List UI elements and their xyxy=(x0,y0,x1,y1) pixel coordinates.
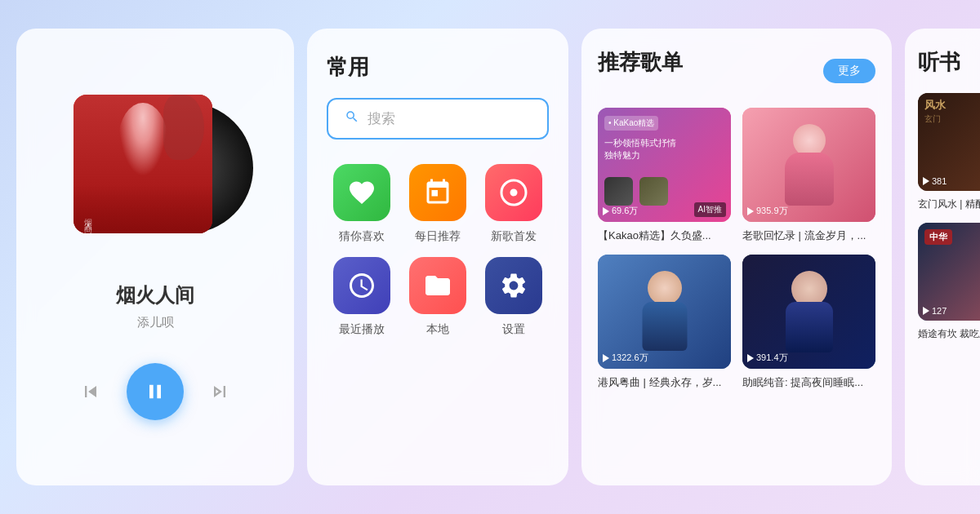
audiobook-count-2: 127 xyxy=(923,306,947,316)
pause-icon xyxy=(144,380,167,403)
audiobook-thumb-1: 风水 玄门 381 xyxy=(918,93,980,191)
search-icon xyxy=(345,109,359,128)
more-button[interactable]: 更多 xyxy=(823,59,875,83)
audiobook-card: 听书 风水 玄门 381 玄门风水 | 精配主... 中华 127 xyxy=(905,29,980,485)
app-label-recent: 最近播放 xyxy=(339,322,385,337)
playlist-count-1: 69.6万 xyxy=(603,205,638,217)
app-icon-local xyxy=(409,257,466,314)
audiobook-item-2[interactable]: 中华 127 婚途有坎 裁吃上粮... xyxy=(918,223,980,341)
audiobook-item-1[interactable]: 风水 玄门 381 玄门风水 | 精配主... xyxy=(918,93,980,211)
playlist-title-1: 一秒领悟韩式抒情独特魅力 xyxy=(604,137,724,162)
app-icon-new xyxy=(485,164,542,221)
play-triangle-ab2 xyxy=(923,307,929,315)
app-item-daily[interactable]: 每日推荐 xyxy=(403,164,472,244)
app-item-settings[interactable]: 设置 xyxy=(479,257,549,337)
playlist-count-3: 1322.6万 xyxy=(603,352,648,364)
play-triangle-1 xyxy=(603,207,609,215)
playlist-thumb-1: • KaKao精选 一秒领悟韩式抒情独特魅力 69.6万 AI智推 xyxy=(598,108,731,222)
audiobook-desc-2: 婚途有坎 裁吃上粮... xyxy=(918,327,980,341)
app-item-guess[interactable]: 猜你喜欢 xyxy=(327,164,396,244)
playlist-item-3[interactable]: 1322.6万 港风粤曲 | 经典永存，岁... xyxy=(598,255,731,390)
play-triangle-2 xyxy=(747,207,754,215)
playlist-badge-area: • KaKao精选 一秒领悟韩式抒情独特魅力 xyxy=(604,114,724,162)
playlist-desc-1: 【Kakao精选】久负盛... xyxy=(598,228,731,243)
next-icon xyxy=(208,380,231,403)
player-card: 烟火人间 烟火人间 添儿呗 xyxy=(16,29,294,485)
recommend-card: 推荐歌单 更多 • KaKao精选 一秒领悟韩式抒情独特魅力 xyxy=(581,29,892,485)
audiobook-badge-2: 中华 xyxy=(924,229,952,245)
playlist-grid: • KaKao精选 一秒领悟韩式抒情独特魅力 69.6万 AI智推 【Kakao… xyxy=(598,108,875,390)
heart-icon xyxy=(347,178,376,207)
common-card: 常用 搜索 猜你喜欢 xyxy=(307,29,568,485)
play-triangle-4 xyxy=(747,354,754,362)
disc-icon xyxy=(499,178,528,207)
audiobook-thumb-2: 中华 127 xyxy=(918,223,980,321)
kakao-badge: • KaKao精选 xyxy=(604,116,658,131)
playlist-thumb-3: 1322.6万 xyxy=(598,255,731,369)
playlist-count-2: 935.9万 xyxy=(747,205,788,217)
app-item-recent[interactable]: 最近播放 xyxy=(327,257,396,337)
ai-label-1: AI智推 xyxy=(694,202,726,217)
app-icon-guess xyxy=(333,164,390,221)
playlist-item-2[interactable]: 935.9万 老歌回忆录 | 流金岁月，... xyxy=(742,108,875,243)
player-controls xyxy=(79,363,231,420)
audiobook-count-1: 381 xyxy=(923,176,947,186)
quick-apps-grid: 猜你喜欢 每日推荐 新歌首发 xyxy=(327,164,549,337)
app-label-settings: 设置 xyxy=(502,322,525,337)
album-art: 烟火人间 xyxy=(74,95,212,233)
audiobook-subtitle-1: 玄门 xyxy=(924,113,941,125)
playlist-desc-4: 助眠纯音: 提高夜间睡眠... xyxy=(742,375,875,390)
playlist-item-1[interactable]: • KaKao精选 一秒领悟韩式抒情独特魅力 69.6万 AI智推 【Kakao… xyxy=(598,108,731,243)
song-artist: 添儿呗 xyxy=(137,315,174,330)
playlist-thumb-4: 391.4万 xyxy=(742,255,875,369)
song-title: 烟火人间 xyxy=(116,282,194,308)
calendar-icon xyxy=(423,178,452,207)
audiobook-desc-1: 玄门风水 | 精配主... xyxy=(918,197,980,211)
app-item-new[interactable]: 新歌首发 xyxy=(479,164,549,244)
audiobook-title: 听书 xyxy=(918,48,980,77)
pause-button[interactable] xyxy=(127,363,184,420)
search-placeholder: 搜索 xyxy=(368,109,395,128)
folder-icon xyxy=(423,271,452,300)
common-title: 常用 xyxy=(327,53,549,82)
app-icon-daily xyxy=(409,164,466,221)
prev-icon xyxy=(79,380,102,403)
audiobook-chinese-title-1: 风水 xyxy=(924,98,946,113)
album-art-text: 烟火人间 xyxy=(82,211,93,221)
playlist-desc-3: 港风粤曲 | 经典永存，岁... xyxy=(598,375,731,390)
recommend-title: 推荐歌单 xyxy=(598,48,683,77)
album-container: 烟火人间 xyxy=(74,95,237,258)
app-item-local[interactable]: 本地 xyxy=(403,257,472,337)
app-icon-settings xyxy=(485,257,542,314)
app-label-guess: 猜你喜欢 xyxy=(339,229,385,244)
playlist-faces xyxy=(598,177,731,206)
play-triangle-ab1 xyxy=(923,177,929,185)
playlist-desc-2: 老歌回忆录 | 流金岁月，... xyxy=(742,228,875,243)
playlist-item-4[interactable]: 391.4万 助眠纯音: 提高夜间睡眠... xyxy=(742,255,875,390)
next-button[interactable] xyxy=(208,380,231,403)
gear-icon xyxy=(499,271,528,300)
svg-point-1 xyxy=(510,189,518,197)
main-container: 烟火人间 烟火人间 添儿呗 xyxy=(0,0,980,514)
play-triangle-3 xyxy=(603,354,609,362)
app-icon-recent xyxy=(333,257,390,314)
app-label-new: 新歌首发 xyxy=(491,229,537,244)
clock-icon xyxy=(347,271,376,300)
search-bar[interactable]: 搜索 xyxy=(327,98,549,140)
app-label-daily: 每日推荐 xyxy=(415,229,461,244)
playlist-count-4: 391.4万 xyxy=(747,352,788,364)
prev-button[interactable] xyxy=(79,380,102,403)
album-art-bg: 烟火人间 xyxy=(74,95,212,233)
recommend-header: 推荐歌单 更多 xyxy=(598,48,875,93)
app-label-local: 本地 xyxy=(426,322,449,337)
playlist-thumb-2: 935.9万 xyxy=(742,108,875,222)
